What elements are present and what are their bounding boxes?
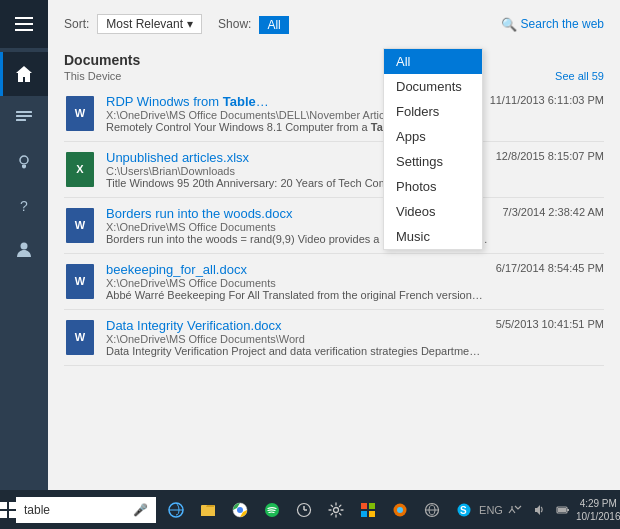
svg-rect-0 (16, 111, 32, 113)
sidebar-icon-lightbulb[interactable] (0, 140, 48, 184)
tray-battery-icon[interactable] (552, 490, 574, 529)
sort-dropdown[interactable]: Most Relevant ▾ (97, 14, 202, 34)
sort-label: Sort: (64, 17, 89, 31)
word-icon-5: W (66, 320, 94, 355)
sidebar-icon-home[interactable] (0, 52, 48, 96)
file-icon-2: X (64, 150, 96, 188)
file-path-4: X:\OneDrive\MS Office Documents (106, 277, 486, 289)
taskbar-skype-icon[interactable]: S (448, 490, 480, 529)
word-icon-4: W (66, 264, 94, 299)
word-icon-1: W (66, 96, 94, 131)
file-date-5: 5/5/2013 10:41:51 PM (496, 318, 604, 330)
header-bar: Sort: Most Relevant ▾ Show: All 🔍 Search… (48, 0, 620, 48)
excel-icon-2: X (66, 152, 94, 187)
svg-rect-28 (567, 509, 569, 511)
sidebar-icons: ? (0, 52, 48, 272)
taskbar-search-text: table (24, 503, 129, 517)
file-desc-4: Abbé Warré Beekeeping For All Translated… (106, 289, 486, 301)
svg-point-16 (334, 507, 339, 512)
taskbar-spotify-icon[interactable] (256, 490, 288, 529)
dropdown-item-folders[interactable]: Folders (384, 99, 482, 124)
dropdown-item-photos[interactable]: Photos (384, 174, 482, 199)
file-desc-5: Data Integrity Verification Project and … (106, 345, 486, 357)
microphone-icon[interactable]: 🎤 (133, 503, 148, 517)
tray-network-icon[interactable] (504, 490, 526, 529)
taskbar-explorer-icon[interactable] (192, 490, 224, 529)
taskbar-vpn-icon[interactable] (416, 490, 448, 529)
show-button[interactable]: All (259, 16, 288, 34)
section-sub: This Device See all 59 (64, 70, 604, 82)
file-name-5[interactable]: Data Integrity Verification.docx (106, 318, 486, 333)
search-web-area[interactable]: 🔍 Search the web (501, 17, 604, 32)
dropdown-item-settings[interactable]: Settings (384, 149, 482, 174)
taskbar-search-box[interactable]: table 🎤 (16, 497, 156, 523)
sidebar-top (0, 0, 48, 48)
svg-rect-18 (369, 503, 375, 509)
svg-rect-1 (16, 115, 32, 117)
svg-point-5 (21, 243, 28, 250)
taskbar-edge-icon[interactable] (160, 490, 192, 529)
file-icon-5: W (64, 318, 96, 356)
windows-logo (0, 502, 16, 518)
file-info-4: beekeeping_for_all.docx X:\OneDrive\MS O… (106, 262, 486, 301)
taskbar-tray: ENG 4:29 PM 10/1/2016 (480, 490, 620, 529)
file-icon-4: W (64, 262, 96, 300)
svg-text:?: ? (20, 198, 28, 214)
tray-time[interactable]: 4:29 PM 10/1/2016 (576, 497, 620, 523)
show-dropdown-wrapper: All (259, 15, 288, 34)
sidebar-icon-question[interactable]: ? (0, 184, 48, 228)
file-item-3: W Borders run into the woods.docx X:\One… (64, 198, 604, 254)
sort-chevron: ▾ (187, 17, 193, 31)
file-date-3: 7/3/2014 2:38:42 AM (502, 206, 604, 218)
dropdown-item-videos[interactable]: Videos (384, 199, 482, 224)
svg-rect-17 (361, 503, 367, 509)
search-web-label: Search the web (521, 17, 604, 31)
section-device: This Device (64, 70, 121, 82)
svg-text:S: S (460, 505, 467, 516)
file-item-2: X Unpublished articles.xlsx C:\Users\Bri… (64, 142, 604, 198)
taskbar-chrome-icon[interactable] (224, 490, 256, 529)
dropdown-item-apps[interactable]: Apps (384, 124, 482, 149)
file-date-1: 11/11/2013 6:11:03 PM (490, 94, 604, 106)
search-web-icon: 🔍 (501, 17, 517, 32)
dropdown-item-documents[interactable]: Documents (384, 74, 482, 99)
sidebar: ? (0, 0, 48, 490)
taskbar-firefox-icon[interactable] (384, 490, 416, 529)
sidebar-icon-profile[interactable] (0, 96, 48, 140)
tray-keyboard-icon[interactable]: ENG (480, 490, 502, 529)
show-dropdown-menu: All Documents Folders Apps Settings Phot… (383, 48, 483, 250)
see-all-link[interactable]: See all 59 (555, 70, 604, 82)
file-date-4: 6/17/2014 8:54:45 PM (496, 262, 604, 274)
start-button[interactable] (0, 490, 16, 529)
file-list: W RDP Winodws from Table… X:\OneDrive\MS… (64, 86, 604, 366)
taskbar-settings-icon[interactable] (320, 490, 352, 529)
svg-rect-9 (201, 507, 215, 516)
svg-point-11 (237, 507, 243, 513)
svg-rect-2 (16, 119, 26, 121)
dropdown-item-music[interactable]: Music (384, 224, 482, 249)
file-icon-1: W (64, 94, 96, 132)
section-title: Documents (64, 52, 604, 68)
file-name-4[interactable]: beekeeping_for_all.docx (106, 262, 486, 277)
file-icon-3: W (64, 206, 96, 244)
file-item-4: W beekeeping_for_all.docx X:\OneDrive\MS… (64, 254, 604, 310)
file-info-5: Data Integrity Verification.docx X:\OneD… (106, 318, 486, 357)
svg-rect-20 (369, 511, 375, 517)
svg-rect-29 (558, 508, 566, 512)
file-date-2: 12/8/2015 8:15:07 PM (496, 150, 604, 162)
sidebar-icon-user[interactable] (0, 228, 48, 272)
word-icon-3: W (66, 208, 94, 243)
dropdown-item-all[interactable]: All (384, 49, 482, 74)
taskbar-clock-icon[interactable] (288, 490, 320, 529)
hamburger-menu[interactable] (15, 17, 33, 31)
svg-point-22 (397, 507, 403, 513)
show-label: Show: (218, 17, 251, 31)
taskbar-pinned-icons: S (160, 490, 480, 529)
tray-volume-icon[interactable] (528, 490, 550, 529)
svg-rect-19 (361, 511, 367, 517)
main-content: Sort: Most Relevant ▾ Show: All 🔍 Search… (48, 0, 620, 490)
file-item-1: W RDP Winodws from Table… X:\OneDrive\MS… (64, 86, 604, 142)
taskbar-store-icon[interactable] (352, 490, 384, 529)
taskbar: table 🎤 S (0, 490, 620, 529)
file-item-5: W Data Integrity Verification.docx X:\On… (64, 310, 604, 366)
